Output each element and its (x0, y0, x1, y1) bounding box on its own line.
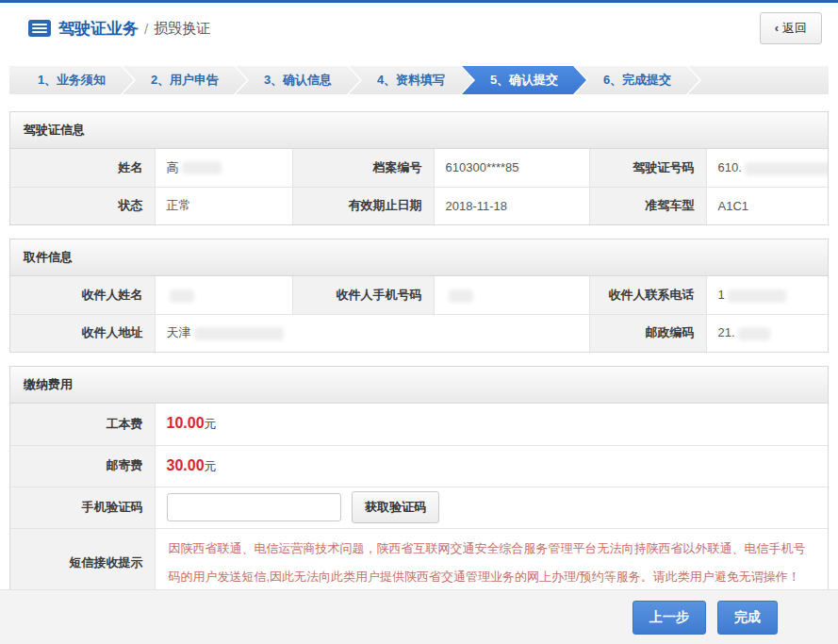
page-header: 驾驶证业务 / 损毁换证 ‹返回 (0, 3, 838, 54)
valid-until-label: 有效期止日期 (292, 187, 434, 224)
recipient-name-label: 收件人姓名 (10, 276, 155, 314)
page-title: 驾驶证业务 (58, 18, 139, 40)
section-license-info-title: 驾驶证信息 (10, 112, 828, 149)
sms-code-label: 手机验证码 (10, 487, 155, 528)
step-bar-filler (688, 66, 829, 94)
valid-until-value: 2018-11-18 (434, 187, 589, 224)
sms-notice-text: 因陕西省联通、电信运营商技术问题，陕西省互联网交通安全综合服务管理平台无法向持陕… (155, 528, 828, 597)
step-6-complete-submit[interactable]: 6、完成提交 (575, 66, 699, 94)
table-row: 邮寄费 30.00元 (10, 445, 828, 487)
step-progress-bar: 1、业务须知 2、用户申告 3、确认信息 4、资料填写 5、确认提交 6、完成提… (9, 66, 829, 94)
redaction-blur (449, 289, 473, 303)
section-pickup-info: 取件信息 收件人姓名 收件人手机号码 收件人联系电话 1 收件人地址 天津 邮政… (9, 239, 829, 353)
postage-fee-label: 邮寄费 (10, 445, 155, 487)
redaction-blur (194, 327, 284, 340)
redaction-blur (182, 161, 222, 174)
step-5-confirm-submit[interactable]: 5、确认提交 (462, 66, 586, 94)
recipient-address-label: 收件人地址 (10, 314, 155, 352)
production-fee-label: 工本费 (10, 404, 155, 445)
table-row: 状态 正常 有效期止日期 2018-11-18 准驾车型 A1C1 (10, 187, 828, 224)
recipient-name-value (155, 276, 292, 314)
vehicle-class-value: A1C1 (706, 187, 828, 224)
footer-action-bar: 上一步 完成 (0, 589, 838, 644)
step-2-user-declaration[interactable]: 2、用户申告 (123, 66, 247, 94)
section-pickup-info-title: 取件信息 (10, 239, 828, 276)
pickup-info-table: 收件人姓名 收件人手机号码 收件人联系电话 1 收件人地址 天津 邮政编码 21… (10, 276, 828, 352)
status-value: 正常 (155, 187, 292, 224)
redaction-blur (738, 327, 770, 340)
chevron-left-icon: ‹ (775, 21, 779, 35)
table-row: 手机验证码 获取验证码 (10, 487, 828, 528)
section-fees: 缴纳费用 工本费 10.00元 邮寄费 30.00元 手机验证码 获取验证码 短… (9, 366, 829, 598)
postal-code-label: 邮政编码 (589, 314, 706, 352)
table-row: 工本费 10.00元 (10, 404, 828, 445)
sms-notice-label: 短信接收提示 (10, 528, 155, 597)
vehicle-class-label: 准驾车型 (589, 187, 706, 224)
step-1-business-notice[interactable]: 1、业务须知 (9, 66, 134, 94)
recipient-mobile-value (434, 276, 589, 314)
fees-table: 工本费 10.00元 邮寄费 30.00元 手机验证码 获取验证码 短信接收提示… (10, 404, 828, 597)
step-3-confirm-info[interactable]: 3、确认信息 (236, 66, 360, 94)
table-row: 收件人姓名 收件人手机号码 收件人联系电话 1 (10, 276, 828, 314)
section-fees-title: 缴纳费用 (10, 367, 828, 404)
production-fee-value: 10.00元 (155, 404, 828, 445)
recipient-phone-value: 1 (706, 276, 828, 314)
redaction-blur (728, 289, 786, 303)
status-label: 状态 (10, 187, 155, 224)
redaction-blur (745, 162, 828, 175)
back-button[interactable]: ‹返回 (760, 12, 822, 44)
breadcrumb-separator: / (144, 21, 148, 37)
previous-step-button[interactable]: 上一步 (633, 601, 706, 635)
recipient-phone-label: 收件人联系电话 (589, 276, 706, 314)
production-fee-unit: 元 (205, 417, 217, 431)
postal-code-value: 21. (706, 314, 828, 352)
breadcrumb-current: 损毁换证 (154, 20, 210, 38)
step-4-fill-data[interactable]: 4、资料填写 (349, 66, 473, 94)
table-row: 收件人地址 天津 邮政编码 21. (10, 314, 828, 352)
back-button-label: 返回 (782, 21, 807, 35)
sms-code-input[interactable] (167, 493, 341, 521)
finish-button[interactable]: 完成 (717, 601, 778, 635)
get-sms-code-button[interactable]: 获取验证码 (352, 491, 439, 523)
license-number-value: 610. (706, 149, 828, 187)
recipient-mobile-label: 收件人手机号码 (292, 276, 434, 314)
section-license-info: 驾驶证信息 姓名 高 档案编号 610300****85 驾驶证号码 610. … (9, 111, 829, 225)
file-number-label: 档案编号 (292, 149, 434, 187)
license-number-label: 驾驶证号码 (589, 149, 706, 187)
file-number-value: 610300****85 (434, 149, 589, 187)
name-value: 高 (155, 149, 292, 187)
recipient-address-value: 天津 (155, 314, 589, 352)
postage-fee-amount: 30.00 (167, 457, 205, 473)
postage-fee-unit: 元 (205, 459, 217, 473)
table-row: 姓名 高 档案编号 610300****85 驾驶证号码 610. (10, 149, 828, 187)
name-label: 姓名 (10, 149, 155, 187)
license-service-icon (28, 20, 51, 37)
postage-fee-value: 30.00元 (155, 445, 828, 487)
redaction-blur (170, 289, 194, 303)
license-info-table: 姓名 高 档案编号 610300****85 驾驶证号码 610. 状态 正常 … (10, 149, 828, 224)
table-row: 短信接收提示 因陕西省联通、电信运营商技术问题，陕西省互联网交通安全综合服务管理… (10, 528, 828, 597)
sms-code-cell: 获取验证码 (155, 487, 828, 528)
production-fee-amount: 10.00 (167, 415, 205, 431)
